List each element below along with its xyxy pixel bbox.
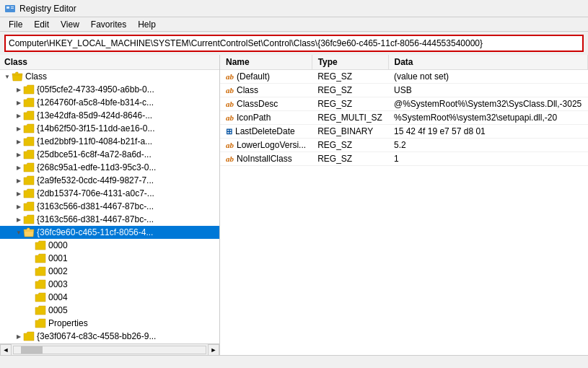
folder-icon xyxy=(23,97,35,108)
expand-arrow[interactable] xyxy=(14,139,23,145)
cell-data: 15 42 4f 19 e7 57 d8 01 xyxy=(388,125,588,139)
tree-item[interactable]: {13e42dfa-85d9-424d-8646-... xyxy=(0,109,219,122)
cell-data: USB xyxy=(388,84,588,97)
table-row[interactable]: abClassDescREG_SZ@%SystemRoot%\System32\… xyxy=(220,97,588,111)
menu-item-file[interactable]: File xyxy=(3,18,28,31)
cell-name: ab(Default) xyxy=(220,70,312,84)
menu-item-help[interactable]: Help xyxy=(132,18,162,31)
reg-icon: ab xyxy=(226,141,234,149)
expand-arrow[interactable] xyxy=(14,165,23,171)
expand-arrow[interactable] xyxy=(14,87,23,93)
cell-type: REG_MULTI_SZ xyxy=(312,111,388,125)
app-icon xyxy=(4,3,16,14)
scroll-right-btn[interactable]: ► xyxy=(208,344,219,356)
folder-icon xyxy=(23,201,35,211)
table-row[interactable]: abIconPathREG_MULTI_SZ%SystemRoot%\syste… xyxy=(220,111,588,125)
address-input[interactable] xyxy=(9,38,579,48)
tree-item[interactable]: 0002 xyxy=(0,265,219,278)
cell-name: abNoInstallClass xyxy=(220,152,312,166)
cell-type: REG_SZ xyxy=(312,139,388,152)
tree-item[interactable]: Class xyxy=(0,70,219,83)
expand-arrow[interactable] xyxy=(14,229,23,236)
expand-arrow[interactable] xyxy=(14,333,23,340)
expand-arrow[interactable] xyxy=(3,74,12,80)
main-content: Class Class {05f5cfe2-4733-4950-a6bb-0..… xyxy=(0,55,588,355)
tree-item[interactable]: {2db15374-706e-4131-a0c7-... xyxy=(0,187,219,200)
tree-item[interactable]: {3163c566-d381-4467-87bc-... xyxy=(0,213,219,226)
tree-item[interactable]: {14b62f50-3f15-11dd-ae16-0... xyxy=(0,122,219,135)
tree-item-label: {2a9fe532-0cdc-44f9-9827-7... xyxy=(37,175,218,185)
cell-name: ⊞LastDeleteDate xyxy=(220,125,312,139)
folder-icon xyxy=(35,318,46,328)
menu-item-view[interactable]: View xyxy=(55,18,85,31)
folder-icon xyxy=(35,266,46,276)
cell-data: %SystemRoot%\system32\setupapi.dll,-20 xyxy=(388,111,588,125)
expand-arrow[interactable] xyxy=(14,203,23,210)
tree-scrollbar[interactable]: ◄ ► xyxy=(0,343,219,355)
table-row[interactable]: abNoInstallClassREG_SZ1 xyxy=(220,152,588,166)
tree-item[interactable]: 0005 xyxy=(0,304,219,317)
cell-data: 5.2 xyxy=(388,139,588,152)
tree-item-label: {14b62f50-3f15-11dd-ae16-0... xyxy=(37,123,218,133)
cell-type: REG_SZ xyxy=(312,97,388,111)
expand-arrow[interactable] xyxy=(14,178,23,184)
folder-icon xyxy=(12,71,23,82)
cell-name: abClass xyxy=(220,84,312,97)
tree-item[interactable]: {268c95a1-edfe-11d3-95c3-0... xyxy=(0,161,219,174)
tree-item-label: 0001 xyxy=(48,253,218,263)
tree-item-label: 0003 xyxy=(48,279,218,289)
tree-item-label: 0002 xyxy=(48,266,218,276)
cell-name: abIconPath xyxy=(220,111,312,125)
tree-item-label: 0005 xyxy=(48,305,218,315)
tree-item-label: {25dbce51-6c8f-4a72-8a6d-... xyxy=(37,149,218,159)
tree-item[interactable]: {05f5cfe2-4733-4950-a6bb-0... xyxy=(0,83,219,96)
folder-icon xyxy=(23,136,35,146)
svg-rect-1 xyxy=(6,6,9,9)
folder-icon xyxy=(23,110,35,121)
table-row[interactable]: abClassREG_SZUSB xyxy=(220,84,588,97)
column-header-type[interactable]: Type xyxy=(312,55,388,70)
table-row[interactable]: ab(Default)REG_SZ(value not set) xyxy=(220,70,588,84)
expand-arrow[interactable] xyxy=(14,216,23,223)
scroll-track[interactable] xyxy=(13,346,206,354)
expand-arrow[interactable] xyxy=(14,190,23,197)
tree-item[interactable]: Properties xyxy=(0,317,219,330)
expand-arrow[interactable] xyxy=(14,152,23,158)
tree-item-label: Properties xyxy=(48,318,218,328)
table-row[interactable]: abLowerLogoVersi...REG_SZ5.2 xyxy=(220,139,588,152)
tree-item[interactable]: 0004 xyxy=(0,291,219,304)
tree-item-label: 0000 xyxy=(48,240,218,250)
cell-type: REG_SZ xyxy=(312,70,388,84)
tree-item[interactable]: 0001 xyxy=(0,252,219,265)
tree-item[interactable]: 0003 xyxy=(0,278,219,291)
expand-arrow[interactable] xyxy=(14,100,23,106)
folder-icon xyxy=(23,331,35,341)
reg-icon: ab xyxy=(226,154,234,163)
folder-icon xyxy=(23,227,35,237)
column-header-name[interactable]: Name xyxy=(220,55,312,70)
tree-item[interactable]: {1ed2bbf9-11f0-4084-b21f-a... xyxy=(0,135,219,148)
cell-data: (value not set) xyxy=(388,70,588,84)
column-header-data[interactable]: Data xyxy=(388,55,588,70)
scroll-thumb[interactable] xyxy=(21,346,43,354)
tree-panel: Class Class {05f5cfe2-4733-4950-a6bb-0..… xyxy=(0,55,220,355)
expand-arrow[interactable] xyxy=(14,113,23,119)
tree-item[interactable]: {3163c566-d381-4467-87bc-... xyxy=(0,200,219,213)
tree-item[interactable]: {3e3f0674-c83c-4558-bb26-9... xyxy=(0,330,219,343)
tree-item-label: {3163c566-d381-4467-87bc-... xyxy=(37,214,218,224)
tree-item[interactable]: {1264760f-a5c8-4bfe-b314-c... xyxy=(0,96,219,109)
expand-arrow[interactable] xyxy=(14,126,23,132)
tree-item[interactable]: {36fc9e60-c465-11cf-8056-4... xyxy=(0,226,219,239)
menu-item-favorites[interactable]: Favorites xyxy=(85,18,132,31)
table-row[interactable]: ⊞LastDeleteDateREG_BINARY15 42 4f 19 e7 … xyxy=(220,125,588,139)
tree-item[interactable]: {25dbce51-6c8f-4a72-8a6d-... xyxy=(0,148,219,161)
tree-item[interactable]: {2a9fe532-0cdc-44f9-9827-7... xyxy=(0,174,219,187)
tree-item-label: Class xyxy=(25,71,218,82)
folder-icon xyxy=(35,240,46,250)
app-title: Registry Editor xyxy=(19,4,76,14)
scroll-left-btn[interactable]: ◄ xyxy=(0,344,12,356)
tree-item[interactable]: 0000 xyxy=(0,239,219,252)
tree-body[interactable]: Class {05f5cfe2-4733-4950-a6bb-0... {126… xyxy=(0,70,219,343)
menu-item-edit[interactable]: Edit xyxy=(28,18,55,31)
svg-rect-3 xyxy=(11,8,14,9)
